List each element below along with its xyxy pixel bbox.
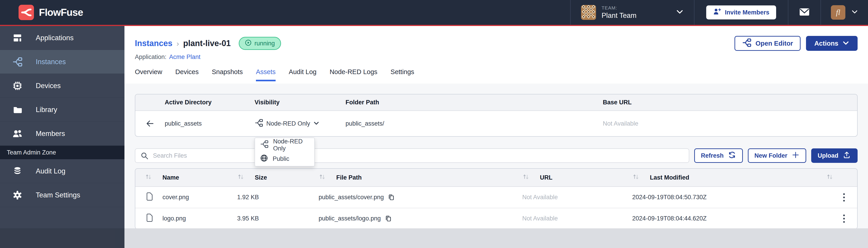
back-arrow-icon[interactable]	[135, 119, 165, 128]
col-size: Size	[237, 173, 319, 182]
col-last-modified-label: Last Modified	[650, 174, 689, 181]
dropdown-option-node-red-only[interactable]: Node-RED Only	[255, 138, 314, 152]
user-avatar: fl	[831, 5, 845, 20]
application-label: Application:	[135, 54, 166, 61]
kebab-menu-icon[interactable]	[843, 214, 845, 223]
search-files-input[interactable]	[135, 148, 689, 163]
breadcrumb-instances-link[interactable]: Instances	[135, 39, 173, 48]
invite-members-button[interactable]: Invite Members	[706, 5, 776, 20]
team-label: TEAM:	[601, 5, 637, 11]
dropdown-option-public[interactable]: Public	[255, 152, 314, 166]
sort-icon[interactable]	[632, 173, 640, 182]
open-editor-button[interactable]: Open Editor	[735, 36, 801, 51]
flowfuse-logo-icon	[19, 5, 34, 20]
instances-icon	[12, 57, 23, 67]
tab-node-red-logs[interactable]: Node-RED Logs	[330, 68, 377, 81]
dropdown-option-label: Public	[273, 155, 289, 163]
user-menu[interactable]: fl	[821, 0, 868, 25]
directory-base-url: Not Available	[603, 120, 857, 127]
col-folder-path: Folder Path	[345, 99, 603, 106]
flowfuse-logo[interactable]: FlowFuse	[0, 5, 83, 20]
chevron-down-icon	[842, 40, 849, 47]
sort-icon[interactable]	[145, 173, 152, 182]
file-name: logo.png	[162, 215, 186, 222]
file-size: 1.92 KB	[237, 194, 319, 201]
refresh-icon	[728, 151, 736, 161]
copy-icon[interactable]	[384, 215, 392, 222]
breadcrumb-row: Instances › plant-live-01 running O	[135, 36, 858, 51]
notifications-button[interactable]	[788, 0, 820, 25]
file-icon	[146, 213, 153, 224]
visibility-value: Node-RED Only	[266, 120, 310, 127]
sort-icon[interactable]	[319, 173, 326, 182]
assets-content: Active Directory Visibility Folder Path …	[124, 83, 868, 228]
node-red-icon	[742, 38, 751, 49]
col-url: URL	[522, 173, 632, 182]
sidebar-item-applications[interactable]: Applications	[0, 26, 124, 50]
directory-name: public_assets	[165, 120, 254, 127]
sidebar: Applications Instances Devices Library M…	[0, 26, 124, 248]
new-folder-button[interactable]: New Folder	[748, 148, 806, 163]
application-line: Application: Acme Plant	[135, 54, 858, 61]
sidebar-item-audit-log[interactable]: Audit Log	[0, 159, 124, 183]
tab-snapshots[interactable]: Snapshots	[212, 68, 243, 81]
upload-label: Upload	[818, 152, 839, 159]
team-avatar	[581, 5, 596, 20]
file-url: Not Available	[522, 215, 632, 222]
sidebar-item-team-settings[interactable]: Team Settings	[0, 183, 124, 207]
tab-settings[interactable]: Settings	[391, 68, 414, 81]
directory-row: public_assets Node-RED Only	[135, 111, 857, 136]
sidebar-item-instances[interactable]: Instances	[0, 50, 124, 74]
col-name: Name	[135, 173, 237, 182]
head-buttons: Open Editor Actions	[735, 36, 858, 51]
invite-members-label: Invite Members	[725, 9, 769, 16]
visibility-select[interactable]: Node-RED Only Node-RED Only	[254, 118, 345, 129]
file-last-modified: 2024-09-19T08:04:44.620Z	[632, 215, 826, 222]
plus-icon	[792, 151, 800, 161]
search-wrap	[135, 148, 689, 163]
tab-assets[interactable]: Assets	[256, 68, 276, 81]
sidebar-item-devices[interactable]: Devices	[0, 74, 124, 98]
col-actions	[826, 173, 857, 182]
col-size-label: Size	[255, 174, 267, 181]
globe-icon	[260, 154, 268, 164]
file-last-modified: 2024-09-19T08:04:50.730Z	[632, 194, 826, 201]
file-path-cell: public_assets/cover.png	[319, 193, 522, 201]
sidebar-item-label: Library	[36, 106, 57, 114]
file-icon	[146, 192, 153, 202]
col-last-modified: Last Modified	[632, 173, 826, 182]
application-link[interactable]: Acme Plant	[169, 54, 200, 61]
directory-table-header: Active Directory Visibility Folder Path …	[135, 95, 857, 111]
tab-audit-log[interactable]: Audit Log	[289, 68, 316, 81]
team-selector[interactable]: TEAM: Plant Team	[571, 0, 694, 25]
files-table-card: Name Size File Path URL	[135, 168, 858, 229]
node-red-icon	[260, 140, 269, 150]
sidebar-item-library[interactable]: Library	[0, 98, 124, 122]
chevron-down-icon	[313, 120, 319, 127]
tab-devices[interactable]: Devices	[175, 68, 199, 81]
sort-icon[interactable]	[522, 173, 529, 182]
node-red-icon	[254, 118, 263, 129]
sort-icon[interactable]	[237, 173, 244, 182]
file-path: public_assets/cover.png	[319, 194, 384, 201]
team-meta: TEAM: Plant Team	[601, 5, 637, 20]
kebab-menu-icon[interactable]	[843, 193, 845, 202]
envelope-icon	[799, 7, 810, 17]
sort-icon[interactable]	[826, 173, 833, 182]
team-name: Plant Team	[601, 11, 637, 20]
breadcrumb: Instances › plant-live-01	[135, 39, 230, 48]
file-name-cell: logo.png	[135, 213, 237, 224]
upload-button[interactable]: Upload	[811, 148, 858, 163]
files-toolbar: Refresh New Folder Upload	[135, 148, 858, 163]
database-icon	[12, 166, 23, 176]
upload-icon	[842, 151, 851, 161]
instance-name: plant-live-01	[183, 39, 230, 48]
actions-button[interactable]: Actions	[806, 36, 858, 51]
tab-overview[interactable]: Overview	[135, 68, 162, 81]
row-actions-cell	[826, 214, 857, 223]
users-icon	[12, 129, 23, 139]
sidebar-item-members[interactable]: Members	[0, 122, 124, 146]
copy-icon[interactable]	[388, 193, 395, 201]
directory-folder-path: public_assets/	[345, 120, 603, 127]
refresh-button[interactable]: Refresh	[694, 148, 743, 163]
